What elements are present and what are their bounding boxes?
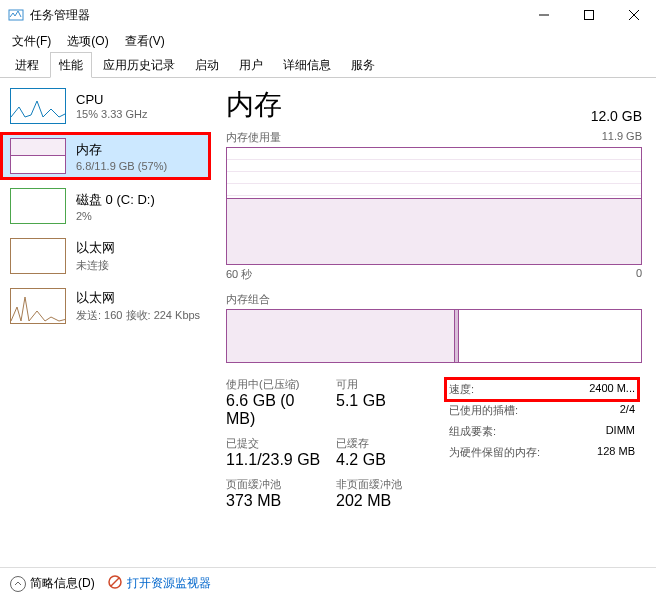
tab-processes[interactable]: 进程 (6, 52, 48, 78)
footer: 简略信息(D) 打开资源监视器 (0, 567, 656, 599)
usage-label: 内存使用量 (226, 130, 281, 145)
tab-apphistory[interactable]: 应用历史记录 (94, 52, 184, 78)
tab-users[interactable]: 用户 (230, 52, 272, 78)
memory-usage-chart[interactable] (226, 147, 642, 265)
speed-label: 速度: (449, 382, 474, 397)
sidebar-item-ethernet-2[interactable]: 以太网 发送: 160 接收: 224 Kbps (0, 282, 211, 330)
sidebar-item-sub: 6.8/11.9 GB (57%) (76, 160, 167, 172)
slots-label: 已使用的插槽: (449, 403, 518, 418)
cpu-thumb (10, 88, 66, 124)
cached-value: 4.2 GB (336, 451, 438, 469)
form-label: 组成要素: (449, 424, 496, 439)
sidebar-item-label: 以太网 (76, 239, 115, 257)
sidebar-item-label: 内存 (76, 141, 167, 159)
resource-monitor-icon (107, 574, 123, 593)
tab-bar: 进程 性能 应用历史记录 启动 用户 详细信息 服务 (0, 52, 656, 78)
sidebar-item-label: 以太网 (76, 289, 200, 307)
usage-max: 11.9 GB (602, 130, 642, 145)
tab-services[interactable]: 服务 (342, 52, 384, 78)
sidebar-item-disk[interactable]: 磁盘 0 (C: D:) 2% (0, 182, 211, 230)
paged-value: 373 MB (226, 492, 328, 510)
main-panel: 内存 12.0 GB 内存使用量 11.9 GB 60 秒 0 内存组合 使用中… (212, 78, 656, 567)
sidebar: CPU 15% 3.33 GHz 内存 6.8/11.9 GB (57%) 磁盘… (0, 78, 212, 567)
window-title: 任务管理器 (30, 7, 521, 24)
title-bar: 任务管理器 (0, 0, 656, 30)
close-button[interactable] (611, 0, 656, 30)
memory-thumb (10, 138, 66, 174)
slots-value: 2/4 (620, 403, 635, 418)
page-title: 内存 (226, 86, 282, 124)
minimize-button[interactable] (521, 0, 566, 30)
form-value: DIMM (606, 424, 635, 439)
committed-value: 11.1/23.9 GB (226, 451, 328, 469)
speed-value: 2400 M... (589, 382, 635, 397)
chart-time-left: 60 秒 (226, 267, 252, 282)
tab-performance[interactable]: 性能 (50, 52, 92, 78)
svg-line-6 (111, 578, 119, 586)
menu-options[interactable]: 选项(O) (59, 31, 116, 52)
sidebar-item-label: CPU (76, 92, 148, 107)
chart-time-right: 0 (636, 267, 642, 282)
app-icon (8, 7, 24, 23)
sidebar-item-sub: 未连接 (76, 258, 115, 273)
disk-thumb (10, 188, 66, 224)
tab-startup[interactable]: 启动 (186, 52, 228, 78)
sidebar-item-cpu[interactable]: CPU 15% 3.33 GHz (0, 82, 211, 130)
sidebar-item-sub: 2% (76, 210, 155, 222)
menu-bar: 文件(F) 选项(O) 查看(V) (0, 30, 656, 52)
nonpaged-label: 非页面缓冲池 (336, 477, 438, 492)
sidebar-item-label: 磁盘 0 (C: D:) (76, 191, 155, 209)
window-controls (521, 0, 656, 30)
ethernet-thumb (10, 238, 66, 274)
ethernet-thumb (10, 288, 66, 324)
memory-total: 12.0 GB (591, 108, 642, 124)
hw-reserved-value: 128 MB (597, 445, 635, 460)
open-resource-monitor-link[interactable]: 打开资源监视器 (107, 574, 211, 593)
memory-composition-chart[interactable] (226, 309, 642, 363)
sidebar-item-sub: 15% 3.33 GHz (76, 108, 148, 120)
in-use-label: 使用中(已压缩) (226, 377, 328, 392)
available-value: 5.1 GB (336, 392, 438, 410)
memory-details: 速度:2400 M... 已使用的插槽:2/4 组成要素:DIMM 为硬件保留的… (442, 377, 642, 510)
sidebar-item-memory[interactable]: 内存 6.8/11.9 GB (57%) (0, 132, 211, 180)
sidebar-item-ethernet-1[interactable]: 以太网 未连接 (0, 232, 211, 280)
cached-label: 已缓存 (336, 436, 438, 451)
in-use-value: 6.6 GB (0 MB) (226, 392, 328, 428)
tab-details[interactable]: 详细信息 (274, 52, 340, 78)
sidebar-item-sub: 发送: 160 接收: 224 Kbps (76, 308, 200, 323)
available-label: 可用 (336, 377, 438, 392)
nonpaged-value: 202 MB (336, 492, 438, 510)
menu-view[interactable]: 查看(V) (117, 31, 173, 52)
hw-reserved-label: 为硬件保留的内存: (449, 445, 540, 460)
composition-label: 内存组合 (226, 292, 642, 307)
committed-label: 已提交 (226, 436, 328, 451)
menu-file[interactable]: 文件(F) (4, 31, 59, 52)
maximize-button[interactable] (566, 0, 611, 30)
chevron-up-icon (10, 576, 26, 592)
svg-rect-2 (584, 11, 593, 20)
brief-info-link[interactable]: 简略信息(D) (10, 575, 95, 592)
paged-label: 页面缓冲池 (226, 477, 328, 492)
